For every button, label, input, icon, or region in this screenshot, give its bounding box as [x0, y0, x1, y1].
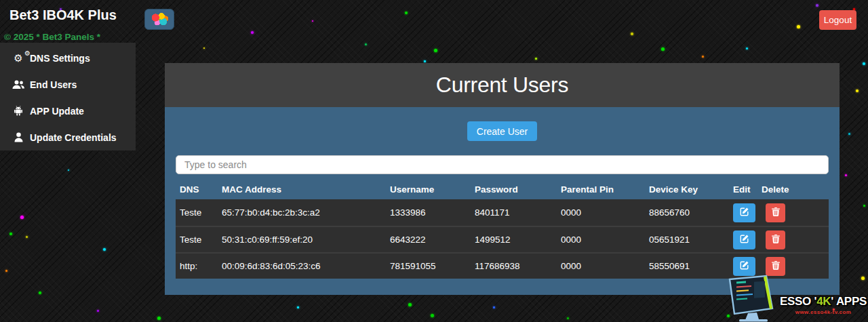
pencil-square-icon	[740, 234, 749, 245]
cell-device-key: 58550691	[645, 261, 729, 271]
cogs-icon: ⚙⚙	[10, 53, 26, 63]
header-parental-pin: Parental Pin	[557, 184, 645, 195]
header-dns: DNS	[176, 184, 218, 195]
cell-parental-pin: 0000	[557, 261, 645, 271]
cell-username: 6643222	[386, 235, 471, 245]
cell-device-key: 05651921	[645, 235, 729, 245]
search-input[interactable]	[176, 155, 829, 174]
delete-button[interactable]	[766, 257, 785, 276]
cell-parental-pin: 0000	[557, 207, 645, 218]
monitor-illustration-icon	[723, 275, 785, 322]
header-password: Password	[471, 184, 557, 195]
app-logo-button[interactable]	[144, 9, 174, 30]
header-edit: Edit	[729, 184, 756, 195]
android-icon	[10, 106, 26, 116]
cell-device-key: 88656760	[645, 207, 729, 218]
cell-username: 781591055	[386, 261, 471, 271]
sidebar-item-update-credentials[interactable]: Update Credentials	[0, 124, 136, 150]
page-title: Bet3 IBO4K Plus	[9, 7, 117, 23]
brand-url: www.esso4k-tv.com	[780, 309, 867, 315]
header-mac-address: MAC Address	[218, 184, 386, 195]
panel-body: Create User DNS MAC Address Username Pas…	[165, 107, 840, 295]
esso-watermark: ESSO '4K' APPS www.esso4k-tv.com	[723, 275, 867, 322]
sidebar-item-end-users[interactable]: End Users	[0, 71, 136, 98]
table-row: Teste 50:31:c0:69:ff:59:ef:20 6643222 14…	[176, 226, 829, 252]
pencil-square-icon	[740, 207, 749, 218]
sidebar-item-label: End Users	[30, 79, 77, 90]
table-row: Teste 65:77:b0:d4:bc:2b:3c:a2 1333986 84…	[176, 199, 829, 226]
current-users-panel: Current Users Create User DNS MAC Addres…	[165, 63, 840, 295]
sidebar-item-label: Update Credentials	[30, 132, 117, 143]
cell-password: 117686938	[471, 261, 557, 271]
logout-button[interactable]: Logout	[819, 10, 856, 30]
delete-button[interactable]	[766, 203, 785, 222]
sidebar: ⚙⚙ DNS Settings End Users APP Update Upd…	[0, 43, 136, 150]
watermark-text: ESSO '4K' APPS www.esso4k-tv.com	[780, 295, 867, 322]
cell-password: 1499512	[471, 235, 557, 245]
panel-title: Current Users	[436, 73, 568, 98]
sidebar-item-label: APP Update	[30, 106, 84, 117]
table-body: Teste 65:77:b0:d4:bc:2b:3c:a2 1333986 84…	[176, 199, 829, 279]
copyright-text: © 2025 * Bet3 Panels *	[4, 32, 100, 42]
cell-mac-address: 65:77:b0:d4:bc:2b:3c:a2	[218, 207, 386, 218]
create-user-button[interactable]: Create User	[467, 121, 537, 141]
edit-button[interactable]	[733, 257, 755, 276]
brand-text: ESSO '4K' APPS	[780, 295, 867, 308]
trash-icon	[772, 235, 780, 245]
cell-dns: Teste	[176, 235, 218, 245]
sidebar-item-dns-settings[interactable]: ⚙⚙ DNS Settings	[0, 45, 136, 71]
cell-mac-address: 50:31:c0:69:ff:59:ef:20	[218, 235, 386, 245]
user-icon	[10, 132, 26, 142]
users-table: DNS MAC Address Username Password Parent…	[176, 180, 829, 279]
delete-button[interactable]	[766, 230, 785, 249]
panel-header: Current Users	[165, 63, 840, 107]
cell-dns: Teste	[176, 207, 218, 218]
cell-username: 1333986	[386, 207, 471, 218]
users-icon	[10, 80, 26, 89]
sidebar-item-label: DNS Settings	[30, 53, 90, 64]
header-device-key: Device Key	[645, 184, 729, 195]
edit-button[interactable]	[733, 230, 755, 249]
cell-parental-pin: 0000	[557, 235, 645, 245]
trash-icon	[772, 261, 780, 272]
header-delete: Delete	[756, 184, 829, 195]
brand-highlight: 4K	[816, 295, 831, 308]
pencil-square-icon	[740, 260, 749, 272]
graffiti-sticker-icon	[151, 12, 168, 26]
cell-mac-address: 00:09:6d:83:6d:05:23:c6	[218, 261, 386, 271]
table-header-row: DNS MAC Address Username Password Parent…	[176, 180, 829, 199]
sidebar-item-app-update[interactable]: APP Update	[0, 98, 136, 124]
trash-icon	[772, 207, 780, 218]
edit-button[interactable]	[733, 203, 755, 222]
header-username: Username	[386, 184, 471, 195]
cell-password: 8401171	[471, 207, 557, 218]
cell-dns: http:	[176, 261, 218, 271]
